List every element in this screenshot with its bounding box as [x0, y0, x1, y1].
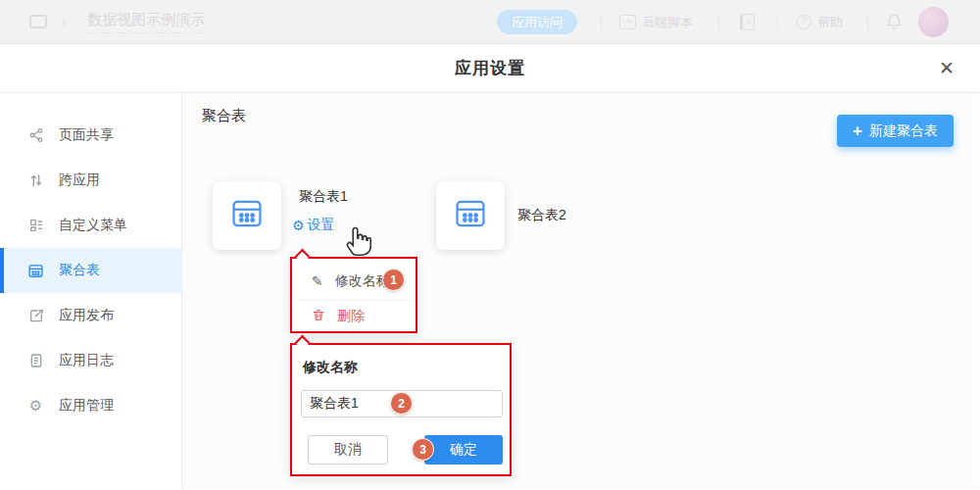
aggregate-table-name: 聚合表1 — [299, 188, 348, 206]
aggregate-table-pane: 聚合表 + 新建聚合表 聚合表1 ⚙ 设置 聚合表2 — [182, 93, 979, 489]
modal-title: 应用设置 — [455, 57, 525, 79]
aggregate-table-card-1[interactable] — [213, 181, 281, 250]
sidebar-item-cross-app[interactable]: 跨应用 — [0, 158, 181, 203]
aggregate-table-name: 聚合表2 — [517, 207, 566, 224]
code-icon: </> — [619, 15, 636, 29]
divider — [777, 14, 778, 29]
rename-popover: 修改名称 2 取消 确定 3 — [290, 343, 512, 476]
divider — [294, 300, 414, 301]
custom-menu-icon — [27, 218, 44, 234]
publish-icon — [27, 308, 44, 324]
confirm-button[interactable]: 确定 — [424, 435, 503, 465]
menu-item-label: 删除 — [337, 308, 365, 325]
share-icon — [27, 127, 44, 144]
chevron-right-icon: › — [61, 13, 66, 30]
active-indicator — [0, 248, 4, 293]
app-settings-modal: 应用设置 ✕ 页面共享 跨应用 自定义菜单 — [0, 44, 980, 490]
sidebar-item-label: 自定义菜单 — [59, 217, 127, 234]
trash-icon — [312, 308, 325, 325]
sidebar-item-app-log[interactable]: 应用日志 — [0, 338, 181, 383]
page-title: 聚合表 — [202, 107, 246, 125]
card-settings-link[interactable]: ⚙ 设置 — [292, 217, 335, 234]
table-card-icon — [230, 197, 264, 234]
backend-script-menu[interactable]: </> 后端脚本 — [619, 0, 693, 44]
sidebar-item-app-manage[interactable]: ⚙ 应用管理 — [0, 383, 181, 428]
close-icon[interactable]: ✕ — [939, 56, 955, 81]
app-access-button[interactable]: 应用访问 — [497, 10, 577, 34]
sidebar-item-label: 页面共享 — [59, 126, 114, 144]
new-aggregate-table-button[interactable]: + 新建聚合表 — [837, 115, 954, 147]
divider — [601, 14, 602, 29]
app-header: › 数据视图示例演示 应用访问 </> 后端脚本 A ? 帮助 — [0, 0, 980, 44]
sidebar-item-label: 应用管理 — [59, 397, 114, 415]
sidebar-item-label: 跨应用 — [59, 172, 100, 189]
sidebar-item-custom-menu[interactable]: 自定义菜单 — [0, 203, 181, 248]
backend-script-label: 后端脚本 — [642, 14, 693, 31]
docs-button[interactable]: A — [740, 0, 755, 44]
user-avatar[interactable] — [918, 7, 949, 37]
pencil-icon: ✎ — [312, 273, 323, 289]
annotation-badge-3: 3 — [412, 438, 434, 461]
bell-icon[interactable] — [885, 13, 904, 35]
menu-item-delete[interactable]: 删除 — [292, 302, 416, 331]
sidebar-item-label: 应用日志 — [59, 352, 114, 369]
divider — [867, 14, 868, 29]
help-menu[interactable]: ? 帮助 — [797, 0, 843, 44]
cross-app-icon — [27, 172, 44, 189]
annotation-badge-2: 2 — [390, 392, 413, 415]
help-icon: ? — [797, 15, 811, 29]
sidebar-item-label: 应用发布 — [59, 307, 114, 324]
sidebar-item-label: 聚合表 — [59, 262, 100, 279]
aggregate-table-card-2[interactable] — [436, 181, 505, 250]
doc-icon: A — [740, 14, 755, 30]
settings-label: 设置 — [308, 217, 335, 234]
cancel-button[interactable]: 取消 — [308, 435, 388, 465]
plus-icon: + — [853, 122, 862, 139]
sidebar-item-app-publish[interactable]: 应用发布 — [0, 293, 181, 338]
divider — [718, 14, 719, 29]
new-button-label: 新建聚合表 — [869, 122, 938, 140]
help-label: 帮助 — [817, 14, 843, 31]
popover-title: 修改名称 — [303, 359, 358, 376]
settings-sidebar: 页面共享 跨应用 自定义菜单 聚合表 — [0, 93, 182, 489]
window-icon[interactable] — [29, 15, 47, 28]
breadcrumb[interactable]: 数据视图示例演示 — [87, 11, 205, 33]
modal-header: 应用设置 ✕ — [0, 44, 980, 93]
sidebar-item-aggregate-table[interactable]: 聚合表 — [0, 248, 181, 293]
gear-icon: ⚙ — [27, 398, 44, 415]
table-card-icon — [454, 197, 487, 234]
gear-icon: ⚙ — [292, 218, 305, 233]
annotation-badge-1: 1 — [382, 269, 405, 291]
hand-cursor-icon — [342, 223, 377, 263]
card-context-menu: ✎ 修改名称 删除 1 — [290, 257, 417, 333]
aggregate-table-icon — [27, 263, 44, 279]
sidebar-item-page-share[interactable]: 页面共享 — [0, 113, 181, 158]
log-icon — [27, 353, 44, 369]
